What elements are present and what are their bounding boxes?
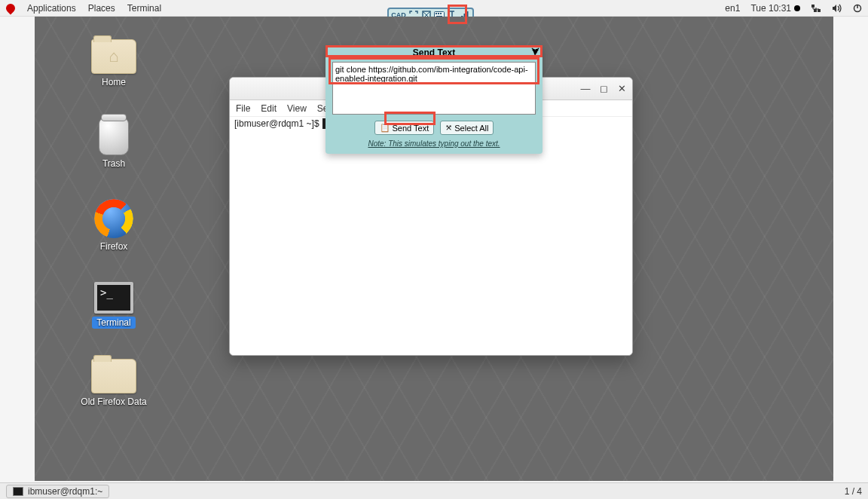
folder-icon	[91, 39, 136, 74]
bottom-taskbar: ibmuser@rdqm1:~ 1 / 4	[0, 482, 868, 499]
power-icon[interactable]	[853, 4, 862, 13]
desktop-icon-trash[interactable]: Trash	[80, 118, 148, 169]
menu-places[interactable]: Places	[88, 3, 115, 14]
icon-label: Home	[102, 77, 126, 87]
icon-label: Trash	[102, 158, 125, 169]
send-text-note: Note: This simulates typing out the text…	[326, 139, 542, 148]
terminal-icon: >_	[94, 282, 133, 314]
clock[interactable]: Tue 10:31	[750, 3, 800, 14]
icon-label: Old Firefox Data	[81, 396, 146, 407]
taskbar-item-terminal[interactable]: ibmuser@rdqm1:~	[6, 485, 109, 498]
menu-edit[interactable]: Edit	[261, 103, 277, 114]
volume-icon[interactable]	[832, 4, 842, 13]
desktop-icon-old-firefox[interactable]: Old Firefox Data	[80, 359, 148, 407]
window-minimize-button[interactable]: —	[579, 83, 591, 95]
icon-label: Terminal	[92, 317, 135, 329]
svg-rect-9	[440, 13, 442, 14]
svg-rect-0	[811, 5, 815, 8]
terminal-icon	[13, 487, 23, 496]
firefox-icon	[94, 199, 133, 238]
select-all-button[interactable]: ⤧ Select All	[440, 121, 494, 135]
desktop-icon-terminal[interactable]: >_ Terminal	[80, 282, 148, 329]
workspace-indicator[interactable]: 1 / 4	[845, 486, 862, 497]
select-all-icon: ⤧	[445, 123, 452, 133]
menu-applications[interactable]: Applications	[27, 3, 76, 14]
folder-icon	[91, 359, 136, 393]
menu-file[interactable]: File	[236, 103, 250, 114]
paste-icon: 📋	[380, 123, 390, 133]
desktop-icon-home[interactable]: Home	[80, 39, 148, 87]
network-icon[interactable]	[811, 4, 821, 13]
send-text-header: Send Text ⮟	[326, 45, 542, 60]
svg-rect-7	[436, 13, 437, 14]
terminal-prompt: [ibmuser@rdqm1 ~]$	[234, 118, 322, 129]
icon-label: Firefox	[100, 241, 128, 252]
window-close-button[interactable]: ✕	[616, 83, 628, 95]
keyboard-layout[interactable]: en1	[725, 3, 740, 14]
menu-view[interactable]: View	[287, 103, 307, 114]
send-text-button[interactable]: 📋 Send Text	[374, 121, 435, 135]
svg-rect-2	[818, 9, 821, 12]
svg-rect-8	[438, 13, 439, 14]
send-text-textarea[interactable]	[332, 62, 536, 115]
desktop[interactable]: Home Trash Firefox >_ Terminal Old Firef…	[35, 17, 833, 481]
taskbar-item-label: ibmuser@rdqm1:~	[28, 486, 102, 497]
window-maximize-button[interactable]: ◻	[598, 83, 610, 95]
trash-icon	[99, 118, 129, 155]
collapse-icon[interactable]: ⮟	[531, 47, 539, 56]
send-text-panel: Send Text ⮟ 📋 Send Text ⤧ Select All Not…	[326, 45, 542, 154]
redhat-icon	[5, 2, 17, 14]
menu-terminal[interactable]: Terminal	[127, 3, 161, 14]
desktop-icon-firefox[interactable]: Firefox	[80, 199, 148, 252]
